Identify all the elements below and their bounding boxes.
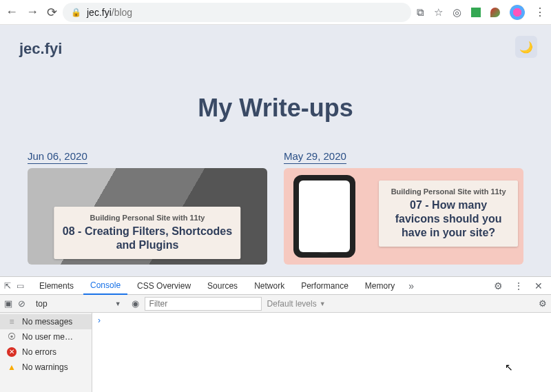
url-text: jec.fyi/blog <box>87 7 132 18</box>
post-card[interactable]: May 29, 2020 Building Personal Site with… <box>284 150 523 265</box>
post-label: Building Personal Site with 11ty 08 - Cr… <box>54 207 240 259</box>
sidebar-row-user[interactable]: ⦿No user me… <box>0 329 92 344</box>
lens-icon[interactable]: ◎ <box>453 6 461 19</box>
devtools-tabstrip: ⇱ ▭ Elements Console CSS Overview Source… <box>0 277 551 295</box>
page-title: My Write-ups <box>0 94 551 123</box>
chrome-menu-icon[interactable]: ⋮ <box>534 6 545 19</box>
sidebar-row-errors[interactable]: ✕No errors <box>0 344 92 360</box>
extension-chili-icon[interactable] <box>490 8 500 17</box>
post-date: Jun 06, 2020 <box>28 150 87 164</box>
back-button[interactable]: ← <box>6 5 18 19</box>
warning-icon: ▲ <box>7 362 17 372</box>
sidebar-toggle-icon[interactable]: ▣ <box>4 298 12 309</box>
site-brand[interactable]: jec.fyi <box>19 40 62 58</box>
filter-input[interactable] <box>145 297 262 311</box>
console-body: ≡No messages ⦿No user me… ✕No errors ▲No… <box>0 313 551 392</box>
error-icon: ✕ <box>7 347 17 357</box>
omnibox[interactable]: 🔒 jec.fyi/blog <box>63 3 411 22</box>
post-label: Building Personal Site with 11ty 07 - Ho… <box>379 180 518 247</box>
page-content: jec.fyi 🌙 My Write-ups Jun 06, 2020 Buil… <box>0 25 551 276</box>
dark-mode-toggle[interactable]: 🌙 <box>515 36 537 58</box>
tab-performance[interactable]: Performance <box>294 277 355 295</box>
post-series: Building Personal Site with 11ty <box>62 214 232 222</box>
reload-button[interactable]: ⟳ <box>47 5 57 20</box>
post-date: May 29, 2020 <box>284 150 346 164</box>
list-icon: ≡ <box>7 317 17 327</box>
tab-console[interactable]: Console <box>83 277 127 295</box>
post-thumbnail: Building Personal Site with 11ty 07 - Ho… <box>284 168 523 265</box>
tab-sources[interactable]: Sources <box>200 277 245 295</box>
console-toolbar: ▣ ⊘ top ▼ ◉ Default levels ▼ ⚙ <box>0 295 551 313</box>
extension-green-icon[interactable] <box>471 8 481 17</box>
devtools-settings-icon[interactable]: ⚙ <box>490 280 507 291</box>
sidebar-label: No errors <box>22 347 56 357</box>
sidebar-label: No user me… <box>22 332 73 342</box>
post-title: 08 - Creating Filters, Shortcodes and Pl… <box>62 225 232 252</box>
cursor-icon: ↖ <box>505 362 513 373</box>
lock-icon: 🔒 <box>71 8 81 17</box>
user-icon: ⦿ <box>7 332 17 342</box>
phone-illustration <box>293 175 355 258</box>
toolbar-right: ⧉ ☆ ◎ ⋮ <box>417 5 545 20</box>
tab-elements[interactable]: Elements <box>32 277 81 295</box>
tab-css-overview[interactable]: CSS Overview <box>130 277 198 295</box>
clear-console-icon[interactable]: ⊘ <box>18 298 25 309</box>
device-mode-icon[interactable]: ▭ <box>17 281 24 291</box>
inspect-element-icon[interactable]: ⇱ <box>4 281 11 291</box>
chevron-down-icon: ▼ <box>115 300 121 307</box>
post-card[interactable]: Jun 06, 2020 Building Personal Site with… <box>28 150 267 265</box>
sidebar-row-warnings[interactable]: ▲No warnings <box>0 360 92 375</box>
post-thumbnail: Building Personal Site with 11ty 08 - Cr… <box>28 168 267 265</box>
devtools-menu-icon[interactable]: ⋮ <box>510 280 528 291</box>
profile-avatar[interactable] <box>510 5 525 20</box>
devtools: ⇱ ▭ Elements Console CSS Overview Source… <box>0 276 551 392</box>
forward-button[interactable]: → <box>26 5 39 19</box>
more-tabs-icon[interactable]: » <box>404 280 418 291</box>
live-expression-icon[interactable]: ◉ <box>132 298 139 309</box>
console-settings-icon[interactable]: ⚙ <box>539 298 547 309</box>
sidebar-label: No warnings <box>22 362 68 372</box>
console-output[interactable]: › <box>92 313 551 392</box>
post-title: 07 - How many favicons should you have i… <box>387 198 510 240</box>
levels-label: Default levels <box>267 299 317 309</box>
post-series: Building Personal Site with 11ty <box>387 187 510 196</box>
sidebar-row-messages[interactable]: ≡No messages <box>0 314 92 329</box>
browser-toolbar: ← → ⟳ 🔒 jec.fyi/blog ⧉ ☆ ◎ ⋮ <box>0 0 551 25</box>
context-selector[interactable]: top ▼ <box>31 297 126 311</box>
nav-arrows: ← → ⟳ <box>6 5 57 20</box>
devtools-left-icons: ⇱ ▭ <box>4 281 24 291</box>
bookmark-star-icon[interactable]: ☆ <box>434 6 443 19</box>
open-external-icon[interactable]: ⧉ <box>417 6 424 19</box>
post-grid: Jun 06, 2020 Building Personal Site with… <box>0 123 551 265</box>
sidebar-label: No messages <box>22 317 72 327</box>
context-label: top <box>36 299 48 309</box>
tab-network[interactable]: Network <box>247 277 291 295</box>
devtools-close-icon[interactable]: ✕ <box>530 280 547 291</box>
log-levels-selector[interactable]: Default levels ▼ <box>267 299 326 309</box>
console-prompt: › <box>98 316 101 325</box>
console-sidebar: ≡No messages ⦿No user me… ✕No errors ▲No… <box>0 313 92 392</box>
chevron-down-icon: ▼ <box>320 300 326 307</box>
tab-memory[interactable]: Memory <box>358 277 402 295</box>
